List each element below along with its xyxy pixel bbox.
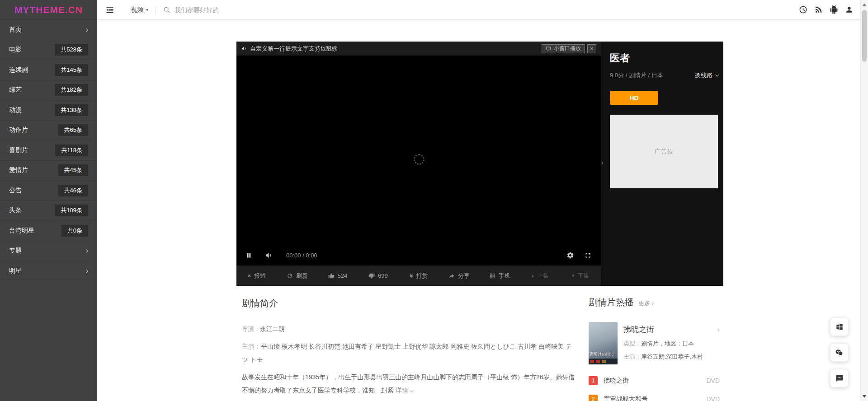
volume-button[interactable]	[265, 252, 273, 259]
panel-expander[interactable]: ›	[600, 157, 604, 168]
windows-client-button[interactable]	[830, 317, 849, 336]
fullscreen-icon[interactable]	[584, 252, 592, 259]
story-paragraph: 故事发生在昭和十年（1935年），出生于山形县出羽三山的主峰月山山脚下的志田周子…	[242, 371, 577, 397]
sidebar-item-home[interactable]: 首页 ›	[0, 20, 97, 40]
rank-tag: DVD	[706, 396, 720, 401]
sidebar-item-romance[interactable]: 爱情片 共45条	[0, 161, 97, 181]
rank-badge: 1	[589, 376, 598, 385]
pip-button[interactable]: 小窗口播放	[542, 44, 585, 53]
rss-icon[interactable]	[814, 5, 823, 14]
count-badge: 共0条	[61, 225, 88, 237]
player-toolbar: × 报错 刷新	[236, 266, 601, 286]
yen-icon: ¥	[410, 272, 413, 279]
mobile-qr-button[interactable]: 手机	[479, 272, 520, 280]
feedback-button[interactable]	[830, 369, 849, 387]
next-episode-button[interactable]: ▾ 下集	[561, 272, 601, 280]
windows-icon	[835, 323, 844, 331]
sidebar-item-topics[interactable]: 专题 ›	[0, 241, 97, 261]
detail-label: 详情	[396, 387, 408, 394]
rank-item-1[interactable]: 1 拂晓之街 DVD	[589, 376, 720, 385]
type-label: 类型：	[623, 340, 641, 347]
sidebar-item-headlines[interactable]: 头条 共109条	[0, 201, 97, 221]
menu-outdent-icon[interactable]	[105, 5, 114, 14]
director-label: 导演：	[242, 326, 260, 332]
synopsis-heading: 剧情简介	[242, 297, 577, 309]
sidebar-item-anime[interactable]: 动漫 共138条	[0, 100, 97, 121]
close-icon[interactable]: ×	[587, 44, 596, 53]
chevron-right-icon: ›	[717, 326, 720, 334]
rank-tag: DVD	[706, 377, 720, 384]
player-block: 自定义第一行提示文字支持fa图标 小窗口播放 ×	[236, 42, 723, 286]
sidebar-item-action[interactable]: 动作片 共65条	[0, 121, 97, 141]
share-icon	[448, 273, 455, 279]
synopsis-section: 剧情简介 导演：永江二朗 主演：平山绫 榎木孝明 长谷川初范 池田有希子 星野凱…	[242, 297, 577, 397]
count-badge: 共138条	[55, 104, 88, 116]
player-controls: 00:00 / 0:00	[236, 245, 601, 266]
cast-label: 主演：	[623, 353, 641, 360]
toolbar-label: 分享	[458, 272, 470, 280]
search-input[interactable]	[175, 6, 364, 14]
share-button[interactable]: 分享	[439, 272, 480, 280]
switch-line-dropdown[interactable]: 换线路	[695, 71, 718, 79]
sidebar-item-label: 连续剧	[9, 66, 28, 74]
video-info-panel: 医者 9.0分 / 剧情片 / 日本 换线路 HD 广告位	[604, 42, 723, 286]
sidebar-item-label: 动作片	[9, 126, 28, 134]
hot-drama-section: 剧情片热播 更多 › 夜明けの街で 拂晓之街 › 类型：剧情片，地区：日本 主演…	[589, 296, 720, 401]
site-logo[interactable]: MYTHEME.CN	[0, 0, 97, 20]
scrollbar-thumb[interactable]	[862, 10, 867, 62]
sidebar-item-announcement[interactable]: 公告 共46条	[0, 181, 97, 201]
sidebar-item-comedy[interactable]: 喜剧片 共118条	[0, 140, 97, 161]
sidebar-item-series[interactable]: 连续剧 共145条	[0, 60, 97, 80]
refresh-button[interactable]: 刷新	[277, 272, 318, 280]
thumbs-down-button[interactable]: 699	[358, 272, 399, 279]
video-surface[interactable]: 00:00 / 0:00	[236, 56, 601, 266]
pause-button[interactable]	[245, 252, 252, 259]
detail-expand-link[interactable]: 详情	[396, 387, 412, 394]
android-app-icon[interactable]	[830, 5, 838, 14]
pip-controls: 小窗口播放 ×	[542, 44, 596, 53]
like-count: 524	[338, 272, 348, 279]
wechat-button[interactable]	[830, 343, 849, 362]
topbar: 视频 ▾	[97, 0, 860, 20]
rank-item-2[interactable]: 2 宇宙战舰大和号 DVD	[589, 394, 720, 401]
poster-band	[589, 359, 618, 364]
previous-episode-button[interactable]: ▴ 上集	[520, 272, 561, 280]
reward-button[interactable]: ¥ 打赏	[398, 272, 439, 280]
video-player[interactable]: 自定义第一行提示文字支持fa图标 小窗口播放 ×	[236, 42, 601, 286]
search-box	[163, 6, 364, 14]
hot-heading: 剧情片热播	[589, 296, 634, 308]
page-scrollbar[interactable]	[860, 0, 868, 401]
featured-info: 拂晓之街 › 类型：剧情片，地区：日本 主演：岸谷五朗,深田恭子,木村	[623, 322, 720, 364]
featured-cast-line: 主演：岸谷五朗,深田恭子,木村	[623, 353, 720, 361]
comment-icon	[835, 374, 844, 382]
video-meta-row: 9.0分 / 剧情片 / 日本 换线路	[610, 71, 718, 79]
scroll-up-arrow-icon[interactable]	[863, 3, 866, 6]
sidebar-item-taiwan-stars[interactable]: 台湾明星 共0条	[0, 221, 97, 241]
quality-hd-button[interactable]: HD	[610, 91, 658, 105]
thumbs-up-icon	[328, 273, 335, 279]
type-value: 剧情片，地区：日本	[641, 340, 694, 347]
sidebar-item-movies[interactable]: 电影 共528条	[0, 40, 97, 61]
sidebar-item-stars[interactable]: 明星 ›	[0, 261, 97, 281]
settings-gear-icon[interactable]	[566, 252, 574, 259]
featured-card[interactable]: 夜明けの街で 拂晓之街 › 类型：剧情片，地区：日本 主演：岸谷五朗,深田恭子,…	[589, 322, 720, 364]
divider	[156, 5, 156, 14]
history-clock-icon[interactable]	[799, 5, 807, 14]
floating-buttons	[830, 317, 849, 387]
toolbar-label: 刷新	[296, 272, 308, 280]
count-badge: 共109条	[55, 205, 88, 216]
sidebar-item-variety[interactable]: 综艺 共182条	[0, 80, 97, 101]
sidebar-item-label: 台湾明星	[9, 227, 34, 235]
sidebar-item-label: 公告	[9, 187, 22, 195]
main-content: 自定义第一行提示文字支持fa图标 小窗口播放 ×	[97, 20, 860, 401]
category-dropdown[interactable]: 视频 ▾	[131, 6, 148, 14]
count-badge: 共45条	[58, 164, 88, 176]
cast-label: 主演：	[242, 343, 261, 350]
qr-code-icon	[489, 273, 495, 279]
user-icon[interactable]	[845, 5, 854, 14]
thumbs-up-button[interactable]: 524	[317, 272, 358, 279]
report-error-button[interactable]: × 报错	[236, 272, 277, 280]
more-link[interactable]: 更多 ›	[638, 299, 654, 308]
count-badge: 共118条	[55, 145, 88, 156]
scroll-down-arrow-icon[interactable]	[863, 395, 866, 398]
